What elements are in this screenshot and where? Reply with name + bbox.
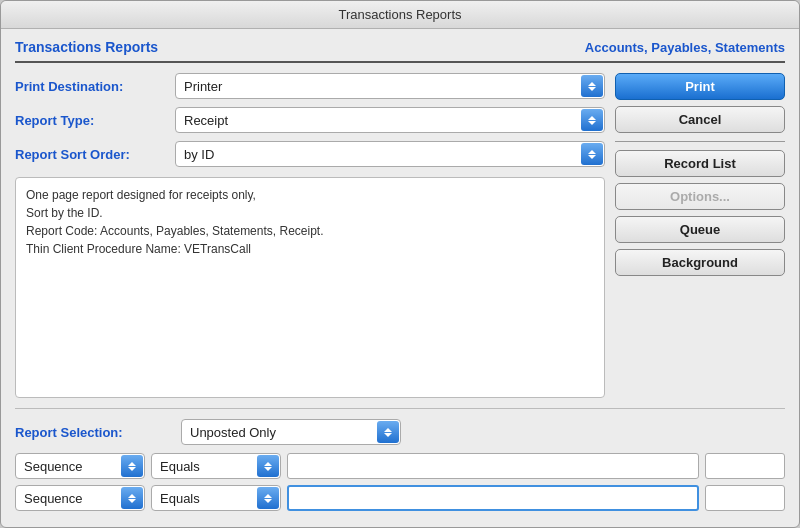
report-type-select-wrapper: Receipt Invoice Statement [175, 107, 605, 133]
sequence-row-2: Sequence Amount Date Name Equals Not Equ… [15, 485, 785, 511]
main-window: Transactions Reports Transactions Report… [0, 0, 800, 528]
desc-line3: Report Code: Accounts, Payables, Stateme… [26, 222, 594, 240]
background-button[interactable]: Background [615, 249, 785, 276]
report-selection-label: Report Selection: [15, 425, 175, 440]
sequence1-value-input[interactable] [287, 453, 699, 479]
bottom-section: Report Selection: Unposted Only All Post… [15, 408, 785, 517]
header-row: Transactions Reports Accounts, Payables,… [15, 39, 785, 63]
sequence2-value-input[interactable] [287, 485, 699, 511]
report-type-label: Report Type: [15, 113, 175, 128]
app-title-right: Accounts, Payables, Statements [585, 40, 785, 55]
right-panel: Print Cancel Record List Options... Queu… [615, 73, 785, 398]
report-selection-select[interactable]: Unposted Only All Posted Only [181, 419, 401, 445]
sequence1-extra-input[interactable] [705, 453, 785, 479]
print-destination-label: Print Destination: [15, 79, 175, 94]
report-sort-select-wrapper: by ID by Name by Date [175, 141, 605, 167]
equals2-wrapper: Equals Not Equals Greater Than Less Than [151, 485, 281, 511]
report-type-row: Report Type: Receipt Invoice Statement [15, 107, 605, 133]
window-content: Transactions Reports Accounts, Payables,… [1, 29, 799, 527]
print-destination-row: Print Destination: Printer Screen File E… [15, 73, 605, 99]
sequence1-select[interactable]: Sequence Amount Date Name [15, 453, 145, 479]
desc-line2: Sort by the ID. [26, 204, 594, 222]
seq2-wrapper: Sequence Amount Date Name [15, 485, 145, 511]
app-title-left: Transactions Reports [15, 39, 158, 55]
report-selection-row: Report Selection: Unposted Only All Post… [15, 419, 785, 445]
desc-line4: Thin Client Procedure Name: VETransCall [26, 240, 594, 258]
print-destination-select[interactable]: Printer Screen File Email [175, 73, 605, 99]
report-type-select[interactable]: Receipt Invoice Statement [175, 107, 605, 133]
report-selection-wrapper: Unposted Only All Posted Only [181, 419, 401, 445]
equals1-wrapper: Equals Not Equals Greater Than Less Than [151, 453, 281, 479]
sequence2-select[interactable]: Sequence Amount Date Name [15, 485, 145, 511]
report-sort-select[interactable]: by ID by Name by Date [175, 141, 605, 167]
equals1-select[interactable]: Equals Not Equals Greater Than Less Than [151, 453, 281, 479]
left-panel: Print Destination: Printer Screen File E… [15, 73, 605, 398]
options-button[interactable]: Options... [615, 183, 785, 210]
report-sort-row: Report Sort Order: by ID by Name by Date [15, 141, 605, 167]
main-area: Print Destination: Printer Screen File E… [15, 73, 785, 398]
window-title: Transactions Reports [338, 7, 461, 22]
queue-button[interactable]: Queue [615, 216, 785, 243]
print-button[interactable]: Print [615, 73, 785, 100]
cancel-button[interactable]: Cancel [615, 106, 785, 133]
equals2-select[interactable]: Equals Not Equals Greater Than Less Than [151, 485, 281, 511]
sequence-row-1: Sequence Amount Date Name Equals Not Equ… [15, 453, 785, 479]
record-list-button[interactable]: Record List [615, 150, 785, 177]
title-bar: Transactions Reports [1, 1, 799, 29]
description-box: One page report designed for receipts on… [15, 177, 605, 398]
report-sort-label: Report Sort Order: [15, 147, 175, 162]
sequence2-extra-input[interactable] [705, 485, 785, 511]
button-separator [615, 141, 785, 142]
desc-line1: One page report designed for receipts on… [26, 186, 594, 204]
print-destination-select-wrapper: Printer Screen File Email [175, 73, 605, 99]
seq1-wrapper: Sequence Amount Date Name [15, 453, 145, 479]
